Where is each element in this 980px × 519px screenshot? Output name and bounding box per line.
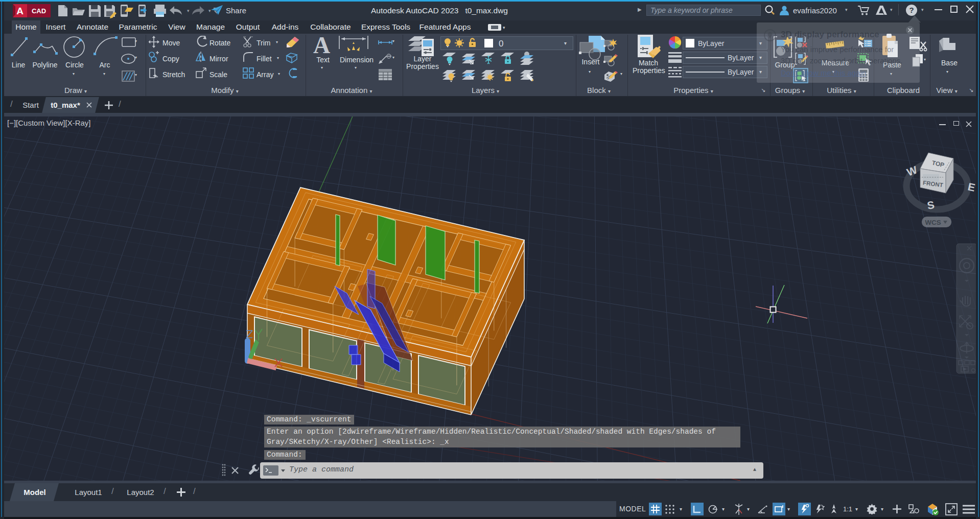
svg-text:▾: ▾ [187, 8, 190, 13]
svg-text:CAD: CAD [32, 7, 46, 15]
svg-text:?: ? [909, 6, 914, 14]
svg-text:S: S [926, 199, 936, 211]
svg-text:0: 0 [499, 39, 503, 49]
svg-text:WCS: WCS [925, 219, 941, 226]
svg-text:A: A [16, 6, 24, 16]
